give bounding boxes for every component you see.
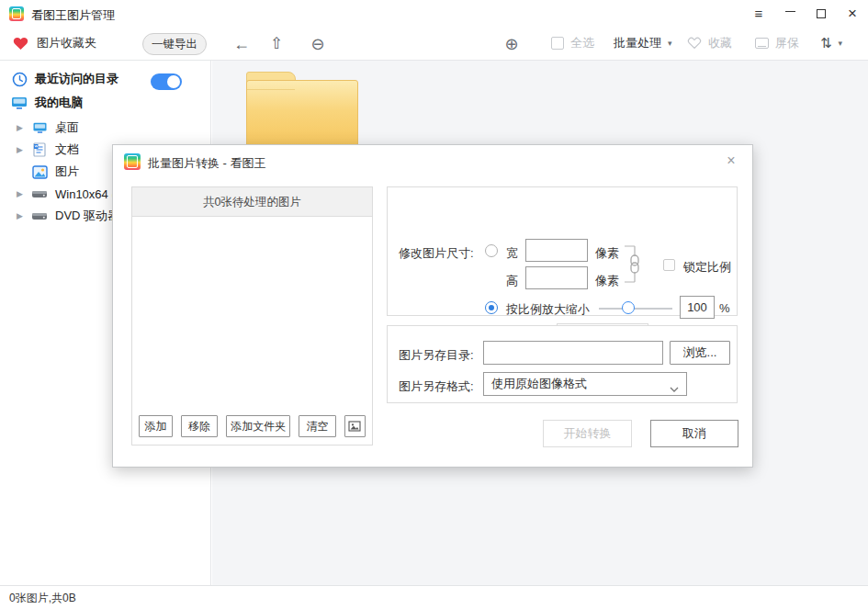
sidebar-item-label: 我的电脑: [35, 95, 83, 111]
sidebar-item-label: 桌面: [55, 119, 79, 136]
zoom-in-icon[interactable]: ⊕: [500, 33, 524, 55]
scale-slider-handle[interactable]: [622, 301, 635, 314]
select-all-checkbox[interactable]: [551, 37, 564, 50]
desktop-icon: [31, 121, 48, 134]
link-chain-icon: [623, 244, 645, 287]
sidebar-item-label: 文档: [55, 141, 79, 158]
clock-icon: [11, 72, 28, 87]
scale-slider-track[interactable]: [599, 308, 672, 310]
back-icon[interactable]: ←: [230, 33, 254, 55]
menu-button[interactable]: ≡: [743, 0, 774, 28]
width-input[interactable]: [525, 239, 588, 262]
heart-outline-icon: [687, 37, 702, 50]
screensaver-icon: [755, 38, 769, 49]
folder-icon[interactable]: [246, 72, 358, 148]
radio-scale-percent[interactable]: [485, 301, 498, 314]
resize-groupbox: 修改图片尺寸: 宽 像素 高 像素 锁定比例 按比例放大缩小 100 % 常用尺…: [387, 186, 738, 316]
save-dir-input[interactable]: [483, 341, 663, 365]
lock-ratio-checkbox[interactable]: [663, 259, 675, 271]
browse-button[interactable]: 浏览...: [670, 341, 730, 365]
lock-ratio-label: 锁定比例: [683, 259, 731, 276]
expand-arrow-icon[interactable]: ▶: [17, 211, 26, 220]
radio-fixed-size[interactable]: [485, 244, 498, 257]
width-unit-label: 像素: [595, 245, 619, 262]
add-folder-button[interactable]: 添加文件夹: [226, 415, 290, 437]
resize-label: 修改图片尺寸:: [399, 245, 474, 262]
drive-icon: [31, 210, 48, 222]
status-bar: 0张图片,共0B: [0, 585, 868, 609]
close-button[interactable]: ×: [837, 0, 868, 28]
save-dir-label: 图片另存目录:: [399, 347, 474, 364]
select-all-control[interactable]: 全选: [551, 35, 594, 51]
screensaver-label: 屏保: [775, 35, 799, 51]
sidebar-item-label: 图片: [55, 164, 79, 180]
picture-icon: [31, 165, 48, 179]
minimize-button[interactable]: [774, 0, 806, 28]
save-format-label: 图片另存格式:: [399, 378, 474, 395]
app-logo-icon: [9, 6, 24, 21]
remove-button[interactable]: 移除: [181, 415, 219, 437]
expand-arrow-icon[interactable]: ▶: [17, 123, 26, 132]
cancel-button[interactable]: 取消: [650, 420, 738, 447]
dialog-logo-icon: [124, 153, 141, 170]
image-icon: [348, 421, 361, 432]
sidebar-item-desktop[interactable]: ▶ 桌面: [0, 117, 211, 139]
zoom-out-icon[interactable]: ⊖: [306, 33, 330, 55]
expand-arrow-icon[interactable]: ▶: [17, 145, 26, 154]
scale-value-input[interactable]: 100: [680, 296, 715, 319]
sort-menu[interactable]: ⇅ ▾: [820, 35, 842, 51]
dialog-title: 批量图片转换 - 看图王: [148, 155, 266, 172]
computer-icon: [11, 96, 28, 110]
maximize-button[interactable]: [806, 0, 837, 28]
batch-convert-dialog: 批量图片转换 - 看图王 × 共0张待处理的图片 添加 移除 添加文件夹 清空 …: [112, 144, 753, 468]
chevron-down-icon: [670, 381, 679, 395]
collect-button[interactable]: 收藏: [687, 35, 732, 51]
drive-icon: [31, 188, 48, 200]
batch-process-menu[interactable]: 批量处理 ▾: [614, 35, 672, 51]
start-convert-button[interactable]: 开始转换: [543, 420, 632, 447]
status-text: 0张图片,共0B: [9, 591, 76, 606]
document-icon: [31, 142, 48, 157]
list-buttons-row: 添加 移除 添加文件夹 清空: [132, 408, 372, 445]
scale-label: 按比例放大缩小: [506, 301, 590, 318]
screensaver-button[interactable]: 屏保: [755, 35, 799, 51]
sidebar-item-computer[interactable]: 我的电脑: [0, 92, 211, 114]
percent-label: %: [719, 301, 730, 315]
home-icon[interactable]: ⇧: [265, 33, 288, 55]
collect-label: 收藏: [708, 35, 732, 51]
height-input[interactable]: [525, 266, 588, 289]
image-preview-button[interactable]: [344, 415, 366, 437]
sidebar-item-label: 最近访问的目录: [35, 71, 118, 87]
toolbar: 图片收藏夹 一键导出 ← ⇧ ⊖ ⊕ 全选 批量处理 ▾ 收藏: [0, 28, 868, 61]
window-title: 看图王图片管理: [31, 7, 115, 24]
save-groupbox: 图片另存目录: 浏览... 图片另存格式: 使用原始图像格式: [387, 325, 738, 403]
height-label: 高: [506, 273, 518, 289]
pending-list-panel: 共0张待处理的图片 添加 移除 添加文件夹 清空: [131, 186, 373, 445]
recent-toggle[interactable]: [151, 73, 182, 90]
chevron-down-icon: ▾: [668, 39, 672, 48]
clear-button[interactable]: 清空: [299, 415, 336, 437]
favorites-label: 图片收藏夹: [37, 35, 96, 51]
sort-icon: ⇅: [820, 35, 832, 51]
favorites-entry[interactable]: 图片收藏夹: [13, 35, 96, 51]
save-format-value: 使用原始图像格式: [491, 376, 587, 392]
height-unit-label: 像素: [595, 273, 619, 289]
batch-process-label: 批量处理: [614, 35, 661, 51]
save-format-select[interactable]: 使用原始图像格式: [483, 372, 687, 396]
heart-icon: [13, 37, 28, 51]
title-bar: 看图王图片管理 ≡ ×: [0, 0, 868, 28]
pending-list-body[interactable]: [132, 217, 372, 397]
pending-list-header: 共0张待处理的图片: [132, 187, 372, 217]
chevron-down-icon: ▾: [839, 39, 843, 48]
export-button[interactable]: 一键导出: [142, 33, 207, 55]
expand-arrow-icon[interactable]: ▶: [17, 189, 26, 198]
sidebar-item-label: DVD 驱动器: [55, 208, 119, 224]
add-button[interactable]: 添加: [139, 415, 173, 437]
select-all-label: 全选: [570, 35, 594, 51]
sidebar-item-recent[interactable]: 最近访问的目录: [0, 68, 211, 90]
width-label: 宽: [506, 245, 518, 262]
app-window: 看图王图片管理 ≡ × 图片收藏夹 一键导出 ← ⇧ ⊖ ⊕ 全选: [0, 0, 868, 609]
dialog-close-icon[interactable]: ×: [721, 151, 741, 171]
